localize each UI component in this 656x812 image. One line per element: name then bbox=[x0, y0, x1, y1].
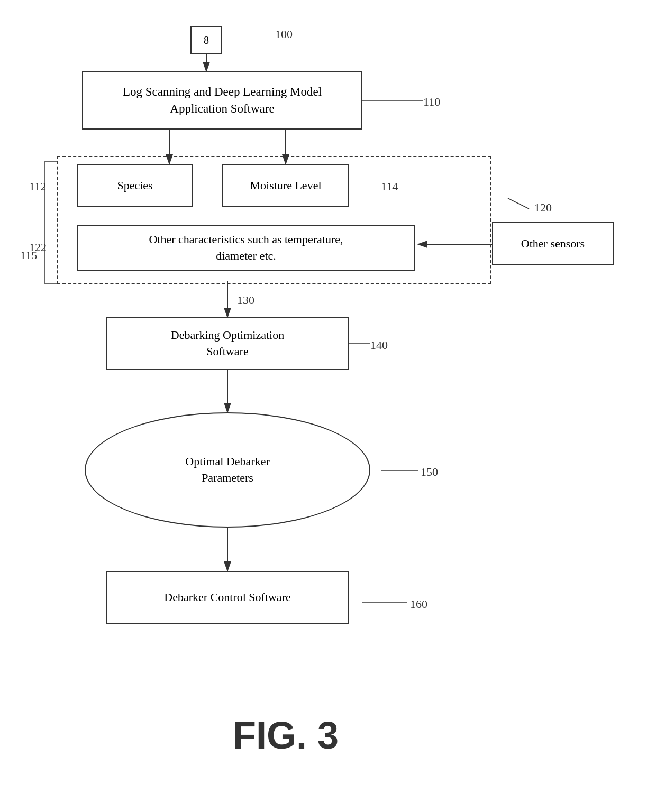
debarker-ctrl-label: Debarker Control Software bbox=[164, 589, 290, 606]
ellipse-optimal: Optimal DebarkerParameters bbox=[85, 412, 370, 528]
fig-label: FIG. 3 bbox=[180, 714, 391, 757]
ref-100: 100 bbox=[275, 27, 293, 41]
fig-label-text: FIG. 3 bbox=[233, 714, 339, 756]
ref-114: 114 bbox=[381, 180, 398, 193]
log-scanning-label: Log Scanning and Deep Learning ModelAppl… bbox=[123, 84, 322, 117]
ref-110: 110 bbox=[423, 95, 440, 109]
optimal-params-label: Optimal DebarkerParameters bbox=[185, 454, 269, 486]
ref-112: 112 bbox=[29, 180, 46, 193]
ref-130: 130 bbox=[237, 293, 254, 307]
box-other-chars: Other characteristics such as temperatur… bbox=[77, 225, 415, 271]
other-chars-label: Other characteristics such as temperatur… bbox=[149, 232, 343, 264]
ref-160: 160 bbox=[410, 597, 427, 611]
svg-line-9 bbox=[508, 198, 529, 209]
box-log-scanning: Log Scanning and Deep Learning ModelAppl… bbox=[82, 71, 362, 130]
box-moisture: Moisture Level bbox=[222, 164, 349, 207]
box-debarking-opt: Debarking OptimizationSoftware bbox=[106, 317, 349, 370]
moisture-label: Moisture Level bbox=[250, 178, 321, 194]
box-species: Species bbox=[77, 164, 193, 207]
node-8-box: 8 bbox=[190, 26, 222, 54]
ref-120: 120 bbox=[534, 201, 552, 215]
diagram-container: 8 100 Log Scanning and Deep Learning Mod… bbox=[0, 0, 656, 812]
other-sensors-label: Other sensors bbox=[521, 236, 585, 252]
species-label: Species bbox=[117, 178, 152, 194]
node-8-label: 8 bbox=[204, 33, 209, 48]
box-debarker-ctrl: Debarker Control Software bbox=[106, 571, 349, 624]
ref-150: 150 bbox=[421, 465, 438, 479]
box-other-sensors: Other sensors bbox=[492, 222, 614, 265]
debarking-opt-label: Debarking OptimizationSoftware bbox=[171, 327, 284, 360]
ref-140: 140 bbox=[370, 338, 388, 352]
ref-115: 115 bbox=[20, 248, 37, 262]
